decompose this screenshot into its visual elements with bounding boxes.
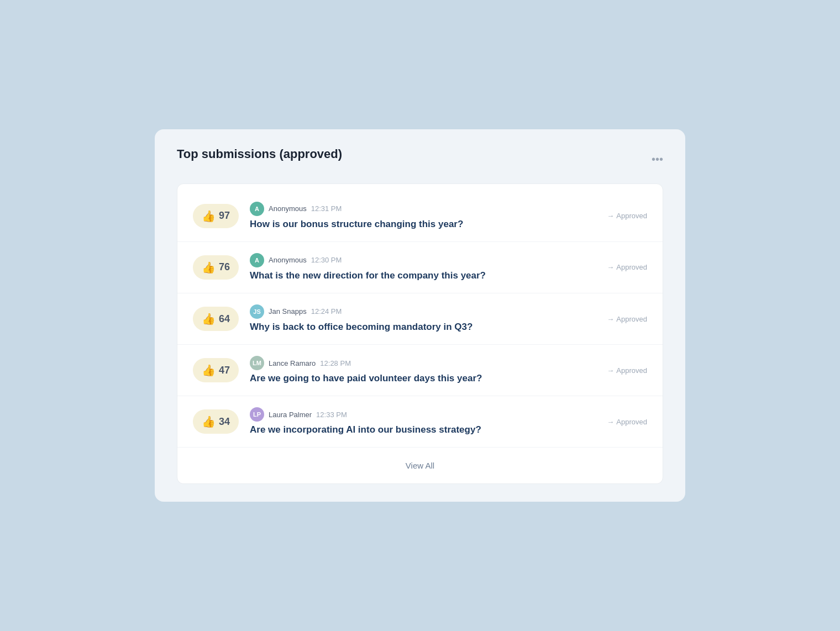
arrow-icon: → xyxy=(607,418,614,426)
question-text: What is the new direction for the compan… xyxy=(250,270,596,282)
avatar: A xyxy=(250,253,264,267)
question-text: Why is back to office becoming mandatory… xyxy=(250,321,596,333)
thumbs-up-icon: 👍 xyxy=(202,261,216,274)
status-badge: → Approved xyxy=(607,315,647,323)
submission-content: A Anonymous 12:31 PM How is our bonus st… xyxy=(250,202,596,230)
vote-count: 64 xyxy=(219,313,230,325)
meta-row: A Anonymous 12:31 PM xyxy=(250,202,596,216)
vote-count: 76 xyxy=(219,261,230,273)
question-text: How is our bonus structure changing this… xyxy=(250,218,596,230)
avatar: LP xyxy=(250,407,264,422)
vote-badge: 👍 64 xyxy=(193,307,239,331)
outer-card: Top submissions (approved) ••• 👍 97 A An… xyxy=(155,129,685,502)
author-name: Anonymous xyxy=(269,256,307,264)
meta-row: LM Lance Ramaro 12:28 PM xyxy=(250,356,596,370)
list-item[interactable]: 👍 97 A Anonymous 12:31 PM How is our bon… xyxy=(177,191,663,242)
submission-content: LM Lance Ramaro 12:28 PM Are we going to… xyxy=(250,356,596,385)
status-badge: → Approved xyxy=(607,366,647,375)
status-label: Approved xyxy=(616,366,647,375)
view-all-row: View All xyxy=(177,448,663,483)
timestamp: 12:24 PM xyxy=(311,307,342,316)
arrow-icon: → xyxy=(607,315,614,323)
author-name: Laura Palmer xyxy=(269,411,312,419)
timestamp: 12:33 PM xyxy=(316,411,347,419)
list-item[interactable]: 👍 64 JS Jan Snapps 12:24 PM Why is back … xyxy=(177,293,663,345)
list-item[interactable]: 👍 47 LM Lance Ramaro 12:28 PM Are we goi… xyxy=(177,345,663,396)
author-name: Anonymous xyxy=(269,204,307,213)
question-text: Are we going to have paid volunteer days… xyxy=(250,372,596,385)
status-label: Approved xyxy=(616,315,647,323)
view-all-button[interactable]: View All xyxy=(406,461,434,470)
page-title: Top submissions (approved) xyxy=(177,147,342,161)
list-item[interactable]: 👍 34 LP Laura Palmer 12:33 PM Are we inc… xyxy=(177,396,663,448)
menu-dots-icon[interactable]: ••• xyxy=(652,153,663,166)
vote-badge: 👍 97 xyxy=(193,204,239,228)
thumbs-up-icon: 👍 xyxy=(202,364,216,377)
avatar: JS xyxy=(250,304,264,319)
avatar: LM xyxy=(250,356,264,370)
question-text: Are we incorporating AI into our busines… xyxy=(250,424,596,436)
list-item[interactable]: 👍 76 A Anonymous 12:30 PM What is the ne… xyxy=(177,242,663,293)
author-name: Jan Snapps xyxy=(269,307,307,316)
arrow-icon: → xyxy=(607,263,614,271)
meta-row: JS Jan Snapps 12:24 PM xyxy=(250,304,596,319)
vote-badge: 👍 76 xyxy=(193,255,239,280)
status-label: Approved xyxy=(616,263,647,271)
submission-content: A Anonymous 12:30 PM What is the new dir… xyxy=(250,253,596,282)
thumbs-up-icon: 👍 xyxy=(202,415,216,428)
arrow-icon: → xyxy=(607,366,614,375)
status-label: Approved xyxy=(616,212,647,220)
avatar: A xyxy=(250,202,264,216)
submission-content: LP Laura Palmer 12:33 PM Are we incorpor… xyxy=(250,407,596,436)
meta-row: A Anonymous 12:30 PM xyxy=(250,253,596,267)
author-name: Lance Ramaro xyxy=(269,359,316,367)
status-label: Approved xyxy=(616,418,647,426)
timestamp: 12:30 PM xyxy=(311,256,342,264)
timestamp: 12:31 PM xyxy=(311,204,342,213)
thumbs-up-icon: 👍 xyxy=(202,209,216,223)
vote-count: 47 xyxy=(219,365,230,376)
submission-content: JS Jan Snapps 12:24 PM Why is back to of… xyxy=(250,304,596,333)
vote-badge: 👍 34 xyxy=(193,409,239,434)
status-badge: → Approved xyxy=(607,212,647,220)
arrow-icon: → xyxy=(607,212,614,220)
thumbs-up-icon: 👍 xyxy=(202,312,216,325)
vote-count: 34 xyxy=(219,416,230,428)
submissions-list: 👍 97 A Anonymous 12:31 PM How is our bon… xyxy=(177,183,663,484)
vote-count: 97 xyxy=(219,210,230,222)
meta-row: LP Laura Palmer 12:33 PM xyxy=(250,407,596,422)
vote-badge: 👍 47 xyxy=(193,358,239,382)
status-badge: → Approved xyxy=(607,263,647,271)
timestamp: 12:28 PM xyxy=(320,359,351,367)
status-badge: → Approved xyxy=(607,418,647,426)
